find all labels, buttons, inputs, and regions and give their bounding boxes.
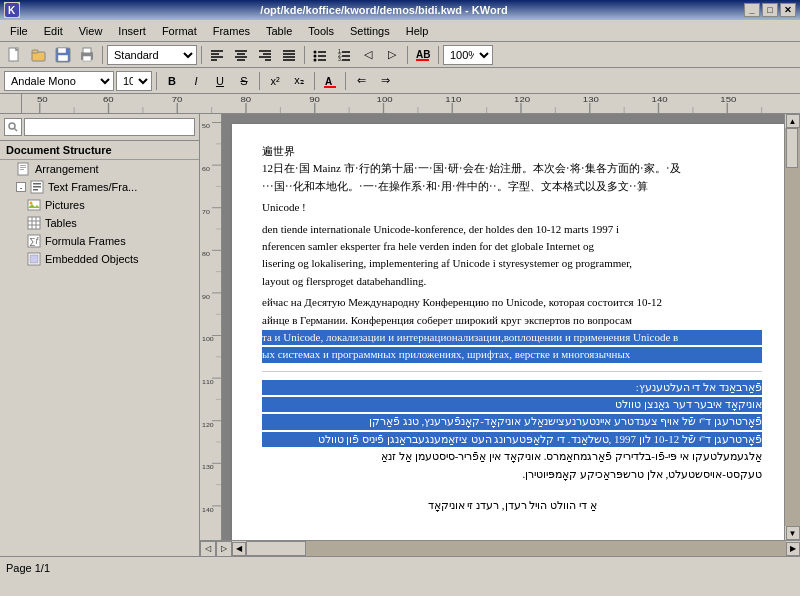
bold-button[interactable]: B: [161, 70, 183, 92]
close-button[interactable]: ✕: [780, 3, 796, 17]
svg-text:70: 70: [172, 95, 183, 103]
tree-item-arrangement[interactable]: Arrangement: [0, 160, 199, 178]
scroll-page-right-button[interactable]: ▷: [216, 541, 232, 557]
svg-rect-87: [33, 186, 41, 188]
svg-text:80: 80: [241, 95, 252, 103]
maximize-button[interactable]: □: [762, 3, 778, 17]
font-size-selector[interactable]: 10: [116, 71, 152, 91]
tree-item-embedded-label: Embedded Objects: [45, 253, 139, 265]
new-button[interactable]: [4, 44, 26, 66]
svg-rect-100: [200, 114, 222, 540]
pictures-icon: [26, 198, 42, 212]
subscript-button[interactable]: x₂: [288, 70, 310, 92]
save-button[interactable]: [52, 44, 74, 66]
svg-text:A: A: [325, 76, 332, 87]
scroll-left-button[interactable]: ◀: [232, 542, 246, 556]
scrollbar-track-h[interactable]: [246, 541, 786, 556]
menu-insert[interactable]: Insert: [110, 23, 154, 39]
svg-text:130: 130: [583, 95, 599, 103]
svg-text:50: 50: [202, 123, 210, 129]
svg-text:100: 100: [377, 95, 393, 103]
svg-rect-44: [324, 86, 336, 88]
paragraph-final: אַ די הוולט הויל רעדן, רעדנ זי אוניקאָד: [262, 498, 762, 513]
strikethrough-button[interactable]: S: [233, 70, 255, 92]
font-color-button[interactable]: A: [319, 70, 341, 92]
menu-settings[interactable]: Settings: [342, 23, 398, 39]
print-button[interactable]: [76, 44, 98, 66]
menu-format[interactable]: Format: [154, 23, 205, 39]
spell-button[interactable]: ABC: [412, 44, 434, 66]
rtl-button[interactable]: ⇐: [350, 70, 372, 92]
tree-item-tables[interactable]: Tables: [0, 214, 199, 232]
tree-expand-text-frames[interactable]: -: [16, 182, 26, 192]
svg-rect-86: [33, 183, 41, 185]
tree-item-embedded-objects[interactable]: Embedded Objects: [0, 250, 199, 268]
scrollbar-thumb-v[interactable]: [786, 128, 798, 168]
ltr-button[interactable]: ⇒: [374, 70, 396, 92]
menu-file[interactable]: File: [2, 23, 36, 39]
svg-text:∑f: ∑f: [29, 236, 39, 246]
bottom-bar: ◁ ▷ ◀ ▶: [200, 540, 800, 556]
menu-help[interactable]: Help: [398, 23, 437, 39]
underline-button[interactable]: U: [209, 70, 231, 92]
main-content: Document Structure Arrangement - Text Fr…: [0, 114, 800, 556]
app-icon: K: [4, 2, 20, 18]
search-input[interactable]: [24, 118, 195, 136]
toolbar-sep-3: [304, 46, 305, 64]
line-da-3: lisering og lokalisering, implementering…: [262, 256, 762, 271]
scrollbar-track-v[interactable]: [785, 128, 800, 526]
open-button[interactable]: [28, 44, 50, 66]
svg-point-29: [314, 50, 317, 53]
svg-text:120: 120: [514, 95, 530, 103]
scrollbar-thumb-h[interactable]: [246, 541, 306, 556]
menu-table[interactable]: Table: [258, 23, 300, 39]
superscript-button[interactable]: x²: [264, 70, 286, 92]
scroll-down-button[interactable]: ▼: [786, 526, 800, 540]
menu-view[interactable]: View: [71, 23, 111, 39]
left-panel: Document Structure Arrangement - Text Fr…: [0, 114, 200, 556]
menu-tools[interactable]: Tools: [300, 23, 342, 39]
svg-text:150: 150: [720, 95, 736, 103]
tree-item-text-frames[interactable]: - Text Frames/Fra...: [0, 178, 199, 196]
svg-rect-99: [30, 255, 38, 263]
window-controls[interactable]: _ □ ✕: [744, 3, 796, 17]
format-toolbar: Andale Mono 10 B I U S x² x₂ A ⇐ ⇒: [0, 68, 800, 94]
svg-line-80: [15, 129, 18, 132]
page-status: Page 1/1: [6, 562, 50, 574]
svg-text:90: 90: [202, 293, 210, 299]
toolbar-sep-1: [102, 46, 103, 64]
line-ru-3-highlighted: та и Unicode, локализации и интернациона…: [262, 330, 762, 345]
indent-decrease-button[interactable]: ◁: [357, 44, 379, 66]
font-selector[interactable]: Andale Mono: [4, 71, 114, 91]
scroll-right-button[interactable]: ▶: [786, 542, 800, 556]
list-bullet-button[interactable]: [309, 44, 331, 66]
tree-item-pictures[interactable]: Pictures: [0, 196, 199, 214]
style-selector[interactable]: Standard: [107, 45, 197, 65]
svg-rect-8: [58, 48, 66, 53]
paragraph-danish: den tiende internationale Unicode-konfer…: [262, 222, 762, 290]
line-heb-3-highlighted: פֿאָרטרעגן ד"י שֿל אויף צענדטרע איינטערנ…: [262, 414, 762, 429]
list-number-button[interactable]: 1.2.3.: [333, 44, 355, 66]
align-right-button[interactable]: [254, 44, 276, 66]
menu-edit[interactable]: Edit: [36, 23, 71, 39]
scroll-up-button[interactable]: ▲: [786, 114, 800, 128]
zoom-selector[interactable]: 100%: [443, 45, 493, 65]
vertical-scrollbar[interactable]: ▲ ▼: [784, 114, 800, 540]
svg-text:110: 110: [202, 379, 214, 385]
indent-increase-button[interactable]: ▷: [381, 44, 403, 66]
align-center-button[interactable]: [230, 44, 252, 66]
horizontal-ruler-area: 50 60 70 80 90 100 110 120 130 140: [0, 94, 800, 114]
document-page[interactable]: 遍世界 12日在‧国 Mainz 市‧行的第十届‧一‧国‧研‧会在‧始注册。本次…: [232, 124, 784, 540]
toolbar-sep-2: [201, 46, 202, 64]
svg-rect-82: [20, 165, 26, 166]
scroll-page-left-button[interactable]: ◁: [200, 541, 216, 557]
svg-point-31: [314, 54, 317, 57]
document-structure-title: Document Structure: [0, 141, 199, 160]
italic-button[interactable]: I: [185, 70, 207, 92]
justify-button[interactable]: [278, 44, 300, 66]
minimize-button[interactable]: _: [744, 3, 760, 17]
menu-frames[interactable]: Frames: [205, 23, 258, 39]
tree-item-formula-frames[interactable]: ∑f Formula Frames: [0, 232, 199, 250]
menubar: File Edit View Insert Format Frames Tabl…: [0, 20, 800, 42]
align-left-button[interactable]: [206, 44, 228, 66]
